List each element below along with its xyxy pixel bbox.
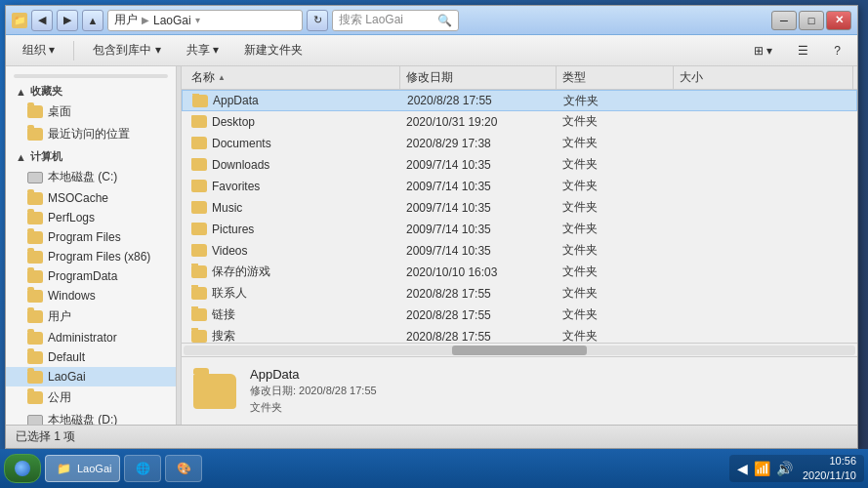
- table-row[interactable]: 保存的游戏 2020/10/10 16:03 文件夹: [182, 262, 857, 283]
- file-type-cell: 文件夹: [557, 285, 674, 302]
- col-size-label: 大小: [680, 69, 703, 86]
- taskbar-paint-button[interactable]: 🎨: [165, 455, 202, 482]
- file-type-cell: 文件夹: [557, 178, 674, 194]
- sidebar-item-icon-10: [27, 371, 43, 384]
- sidebar-item-recent[interactable]: 最近访问的位置: [6, 123, 176, 145]
- taskbar: 📁 LaoGai 🌐 🎨 ◀ 📶 🔊 10:56 2020/11/10: [0, 449, 868, 488]
- table-row[interactable]: Desktop 2020/10/31 19:20 文件夹: [182, 111, 857, 133]
- file-date-cell: 2020/8/28 17:55: [401, 94, 558, 107]
- table-row[interactable]: Videos 2009/7/14 10:35 文件夹: [182, 240, 857, 262]
- title-bar-left: 📁 ◀ ▶ ▲ 用户 ▶ LaoGai ▾ ↻ 搜索 LaoGai 🔍: [12, 10, 771, 31]
- sidebar-item-1[interactable]: MSOCache: [6, 188, 176, 208]
- file-name-cell: AppData: [186, 94, 401, 107]
- file-folder-icon: [191, 180, 207, 192]
- sidebar-item-11[interactable]: 公用: [6, 386, 176, 409]
- file-name-cell: Music: [186, 201, 400, 215]
- table-row[interactable]: 搜索 2020/8/28 17:55 文件夹: [182, 326, 857, 343]
- tray-network-icon[interactable]: 📶: [754, 461, 770, 476]
- sidebar-item-7[interactable]: 用户: [6, 305, 176, 328]
- file-folder-icon: [191, 115, 207, 128]
- minimize-button[interactable]: ─: [771, 11, 797, 30]
- up-button[interactable]: ▲: [82, 10, 103, 31]
- maximize-button[interactable]: □: [799, 11, 824, 30]
- share-button[interactable]: 共享 ▾: [178, 38, 227, 62]
- sidebar-item-label-10: LaoGai: [48, 370, 86, 384]
- col-type-label: 类型: [562, 69, 586, 86]
- table-row[interactable]: Documents 2020/8/29 17:38 文件夹: [182, 133, 857, 154]
- sidebar-item-10[interactable]: LaoGai: [6, 367, 176, 386]
- sidebar-item-recent-label: 最近访问的位置: [48, 126, 130, 142]
- taskbar-browser-button[interactable]: 🌐: [124, 455, 161, 482]
- sidebar-computer-items: 本地磁盘 (C:)MSOCachePerfLogsProgram FilesPr…: [6, 166, 176, 425]
- sidebar-item-5[interactable]: ProgramData: [6, 266, 176, 286]
- table-row[interactable]: Downloads 2009/7/14 10:35 文件夹: [182, 154, 857, 176]
- back-button[interactable]: ◀: [31, 10, 53, 31]
- sidebar-item-3[interactable]: Program Files: [6, 227, 176, 247]
- search-box[interactable]: 搜索 LaoGai 🔍: [332, 10, 459, 31]
- sidebar-item-desktop[interactable]: 桌面: [6, 101, 176, 123]
- tray-arrow-icon[interactable]: ◀: [737, 461, 748, 476]
- table-row[interactable]: AppData 2020/8/28 17:55 文件夹: [182, 90, 857, 111]
- col-header-size[interactable]: 大小: [674, 66, 853, 89]
- view-options[interactable]: ⊞ ▾: [745, 40, 781, 61]
- sidebar-item-icon-6: [27, 290, 43, 303]
- sidebar-item-6[interactable]: Windows: [6, 286, 176, 305]
- tray-clock: 10:56 2020/11/10: [799, 454, 856, 484]
- add-to-library-button[interactable]: 包含到库中 ▾: [84, 38, 169, 62]
- help-button[interactable]: ?: [825, 40, 849, 61]
- file-folder-icon: [191, 308, 207, 321]
- new-folder-button[interactable]: 新建文件夹: [235, 38, 311, 62]
- toolbar-separator-1: [73, 41, 74, 61]
- taskbar-explorer-button[interactable]: 📁 LaoGai: [45, 455, 120, 482]
- sidebar-item-icon-9: [27, 351, 43, 364]
- sidebar-item-2[interactable]: PerfLogs: [6, 208, 176, 227]
- h-scroll-thumb[interactable]: [452, 346, 587, 355]
- file-type-cell: 文件夹: [557, 199, 674, 216]
- table-row[interactable]: 联系人 2020/8/28 17:55 文件夹: [182, 283, 857, 305]
- file-name-text: Favorites: [212, 180, 260, 193]
- selected-file-name: AppData: [250, 367, 377, 382]
- close-button[interactable]: ✕: [826, 11, 851, 30]
- tray-volume-icon[interactable]: 🔊: [776, 461, 793, 476]
- breadcrumb-item-users[interactable]: 用户: [114, 12, 138, 28]
- table-row[interactable]: Favorites 2009/7/14 10:35 文件夹: [182, 176, 857, 197]
- col-header-date[interactable]: 修改日期: [400, 66, 557, 89]
- toolbar: 组织 ▾ 包含到库中 ▾ 共享 ▾ 新建文件夹 ⊞ ▾ ☰ ?: [6, 35, 857, 66]
- start-button[interactable]: [4, 454, 41, 483]
- sidebar-item-label-2: PerfLogs: [48, 211, 95, 224]
- status-bar: 已选择 1 项: [6, 425, 857, 448]
- taskbar-window-label: LaoGai: [77, 463, 111, 474]
- organize-button[interactable]: 组织 ▾: [14, 38, 63, 62]
- forward-button[interactable]: ▶: [57, 10, 78, 31]
- main-area: ▲ 收藏夹 桌面 最近访问的位置 ▲ 计算机 本地磁盘 (C:)MSOCache…: [6, 66, 857, 425]
- sidebar-item-4[interactable]: Program Files (x86): [6, 247, 176, 266]
- sidebar-item-12[interactable]: 本地磁盘 (D:): [6, 409, 176, 425]
- sidebar-computer-header[interactable]: ▲ 计算机: [6, 145, 176, 166]
- file-name-cell: Favorites: [186, 180, 400, 193]
- file-folder-icon: [191, 244, 207, 257]
- col-header-name[interactable]: 名称 ▲: [186, 66, 400, 89]
- refresh-button[interactable]: ↻: [307, 10, 328, 31]
- sidebar-item-icon-0: [27, 172, 43, 183]
- sidebar-item-8[interactable]: Administrator: [6, 328, 176, 347]
- file-name-text: Music: [212, 201, 242, 215]
- sidebar-item-0[interactable]: 本地磁盘 (C:): [6, 166, 176, 188]
- sidebar-item-9[interactable]: Default: [6, 347, 176, 367]
- windows-orb: [15, 461, 30, 476]
- horizontal-scrollbar[interactable]: [182, 343, 857, 356]
- breadcrumb[interactable]: 用户 ▶ LaoGai ▾: [107, 10, 303, 31]
- sidebar-favorites-header[interactable]: ▲ 收藏夹: [6, 80, 176, 101]
- details-view[interactable]: ☰: [789, 40, 817, 61]
- table-row[interactable]: Music 2009/7/14 10:35 文件夹: [182, 197, 857, 219]
- selected-file-type: 文件夹: [250, 400, 377, 415]
- table-row[interactable]: 链接 2020/8/28 17:55 文件夹: [182, 305, 857, 326]
- file-name-text: 保存的游戏: [212, 264, 270, 280]
- column-headers: 名称 ▲ 修改日期 类型 大小: [182, 66, 857, 90]
- file-type-cell: 文件夹: [557, 156, 674, 173]
- file-name-cell: Documents: [186, 137, 400, 150]
- col-header-type[interactable]: 类型: [557, 66, 674, 89]
- breadcrumb-item-laogai[interactable]: LaoGai: [153, 14, 191, 27]
- table-row[interactable]: Pictures 2009/7/14 10:35 文件夹: [182, 219, 857, 240]
- sidebar-item-label-9: Default: [48, 350, 85, 364]
- status-info: AppData 修改日期: 2020/8/28 17:55 文件夹: [250, 367, 377, 415]
